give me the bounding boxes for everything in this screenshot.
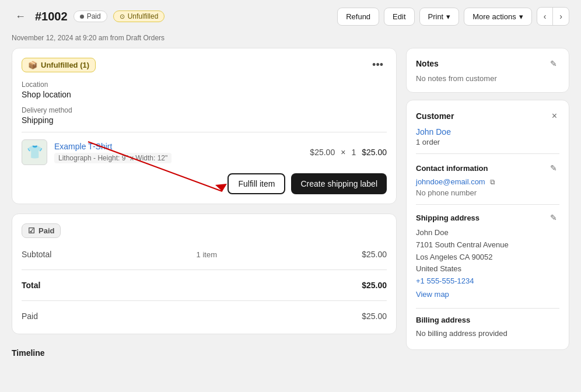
print-button[interactable]: Print ▾ xyxy=(419,8,460,26)
paid-dot xyxy=(80,15,84,19)
product-info: Example T-Shirt Lithograph - Height: 9" … xyxy=(54,142,303,163)
billing-value: No billing address provided xyxy=(416,328,559,340)
subtotal-label: Subtotal xyxy=(22,250,51,259)
next-order-button[interactable]: › xyxy=(552,8,569,25)
product-total: $25.00 xyxy=(362,148,387,157)
action-buttons: Fulfill item Create shipping label xyxy=(22,173,387,194)
more-actions-button[interactable]: More actions ▾ xyxy=(464,8,531,26)
billing-title: Billing address xyxy=(416,316,470,324)
sidebar-divider2 xyxy=(416,204,559,205)
paid-label: Paid xyxy=(87,12,101,20)
email-row: johndoe@email.com ⧉ xyxy=(416,177,559,186)
location-label: Location xyxy=(22,80,387,89)
shipping-country: United States xyxy=(416,263,559,275)
unfulfilled-card-badge: 📦 Unfulfilled (1) xyxy=(22,58,96,72)
product-variant: Lithograph - Height: 9" x Width: 12" xyxy=(54,153,172,163)
paid-divider xyxy=(22,270,387,270)
more-actions-chevron-icon: ▾ xyxy=(519,12,523,21)
contact-header: Contact information ✎ xyxy=(416,162,559,174)
delivery-section: Delivery method Shipping xyxy=(22,106,387,125)
customer-card: Customer × John Doe 1 order Contact info… xyxy=(406,100,569,350)
paid-card-header: ☑ Paid xyxy=(22,223,387,238)
delivery-value: Shipping xyxy=(22,116,387,125)
fulfill-item-button[interactable]: Fulfill item xyxy=(228,173,285,194)
main-layout: 📦 Unfulfilled (1) ••• Location Shop loca… xyxy=(0,48,581,372)
unfulfilled-card-header: 📦 Unfulfilled (1) ••• xyxy=(22,58,387,72)
email-link[interactable]: johndoe@email.com xyxy=(416,177,485,186)
card-divider xyxy=(22,132,387,132)
print-chevron-icon: ▾ xyxy=(446,12,450,21)
product-icon: 👕 xyxy=(27,145,43,160)
sidebar: Notes ✎ No notes from customer Customer … xyxy=(406,48,569,360)
customer-title: Customer xyxy=(416,111,454,121)
customer-card-header: Customer × xyxy=(416,110,559,123)
sidebar-divider1 xyxy=(416,153,559,154)
contact-edit-button[interactable]: ✎ xyxy=(548,162,559,174)
shipping-pencil-icon: ✎ xyxy=(550,213,557,222)
product-name[interactable]: Example T-Shirt xyxy=(54,142,303,151)
paid-badge-label: Paid xyxy=(38,226,54,235)
notes-content: No notes from customer xyxy=(416,74,559,83)
paid-divider2 xyxy=(22,300,387,301)
customer-name-link[interactable]: John Doe xyxy=(416,127,451,136)
total-value: $25.00 xyxy=(362,281,387,290)
page-header: ← #1002 Paid ⊙ Unfulfilled Refund Edit P… xyxy=(0,0,581,33)
product-qty-x: × xyxy=(341,148,345,157)
create-shipping-label-button[interactable]: Create shipping label xyxy=(291,173,387,194)
paid-check-icon: ☑ xyxy=(28,226,35,235)
subtotal-value: $25.00 xyxy=(362,250,387,259)
shipping-city: Los Angeles CA 90052 xyxy=(416,251,559,264)
more-actions-label: More actions xyxy=(473,12,516,21)
customer-orders: 1 order xyxy=(416,138,559,146)
shipping-edit-button[interactable]: ✎ xyxy=(548,212,559,223)
product-price: $25.00 xyxy=(310,148,335,157)
paid-card: ☑ Paid Subtotal 1 item $25.00 Total $25.… xyxy=(12,214,397,334)
shipping-title: Shipping address xyxy=(416,214,480,222)
unfulfilled-card-menu-button[interactable]: ••• xyxy=(369,58,387,72)
order-subtitle: November 12, 2024 at 9:20 am from Draft … xyxy=(12,34,164,42)
paid-card-badge: ☑ Paid xyxy=(22,223,61,238)
edit-button[interactable]: Edit xyxy=(384,8,414,26)
unfulfilled-card-badge-label: Unfulfilled (1) xyxy=(41,61,89,69)
refund-button[interactable]: Refund xyxy=(337,8,379,26)
unfulfilled-icon: ⊙ xyxy=(120,13,125,20)
notes-edit-button[interactable]: ✎ xyxy=(548,58,559,69)
header-actions: Refund Edit Print ▾ More actions ▾ ‹ › xyxy=(337,7,569,26)
unfulfilled-label: Unfulfilled xyxy=(128,12,159,20)
notes-card-header: Notes ✎ xyxy=(416,58,559,69)
contact-pencil-icon: ✎ xyxy=(550,163,557,173)
paid-row: Paid $25.00 xyxy=(22,308,387,324)
sidebar-divider3 xyxy=(416,308,559,309)
total-row: Total $25.00 xyxy=(22,277,387,293)
prev-order-button[interactable]: ‹ xyxy=(537,8,553,25)
location-value: Shop location xyxy=(22,90,387,99)
header-subtitle: November 12, 2024 at 9:20 am from Draft … xyxy=(0,33,581,48)
location-section: Location Shop location xyxy=(22,80,387,99)
phone-value: No phone number xyxy=(416,188,559,197)
timeline-label: Timeline xyxy=(12,344,397,360)
contact-title: Contact information xyxy=(416,164,488,173)
delivery-label: Delivery method xyxy=(22,106,387,114)
product-thumbnail: 👕 xyxy=(22,139,47,165)
print-label: Print xyxy=(428,12,444,21)
view-map-link[interactable]: View map xyxy=(416,289,559,301)
product-row: 👕 Example T-Shirt Lithograph - Height: 9… xyxy=(22,139,387,165)
copy-email-icon[interactable]: ⧉ xyxy=(490,178,495,186)
paid-row-value: $25.00 xyxy=(362,312,387,321)
shipping-line1: 7101 South Central Avenue xyxy=(416,239,559,251)
notes-card: Notes ✎ No notes from customer xyxy=(406,48,569,93)
order-title: #1002 xyxy=(35,10,68,23)
shipping-phone-link[interactable]: +1 555-555-1234 xyxy=(416,276,474,285)
shipping-address: John Doe 7101 South Central Avenue Los A… xyxy=(416,227,559,301)
notes-title: Notes xyxy=(416,59,439,68)
product-pricing: $25.00 × 1 $25.00 xyxy=(310,148,387,157)
shipping-name: John Doe xyxy=(416,227,559,239)
pencil-icon: ✎ xyxy=(550,59,557,68)
timeline-section: Timeline xyxy=(12,344,397,360)
back-button[interactable]: ← xyxy=(12,9,29,24)
billing-address-header: Billing address xyxy=(416,316,559,324)
nav-arrows: ‹ › xyxy=(537,7,569,26)
customer-close-button[interactable]: × xyxy=(550,110,559,123)
paid-badge: Paid xyxy=(74,10,107,22)
unfulfilled-card-icon: 📦 xyxy=(28,61,37,69)
